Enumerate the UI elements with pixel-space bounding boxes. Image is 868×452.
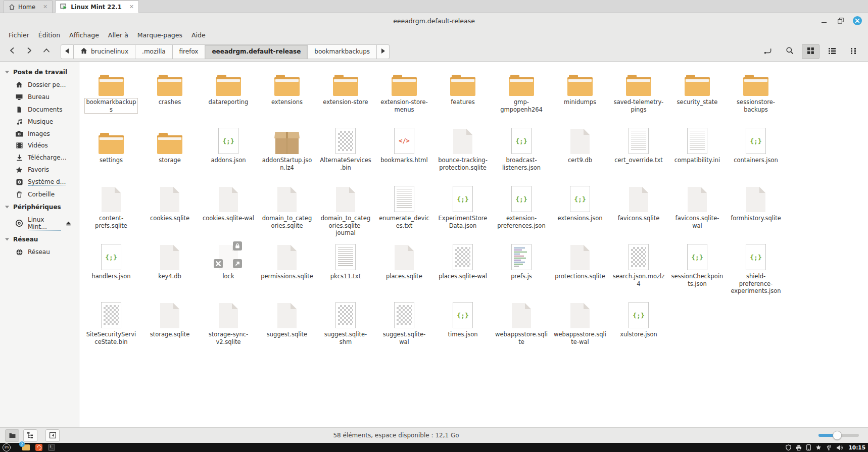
star-tray-icon[interactable] — [815, 444, 822, 450]
menu-affichage[interactable]: Affichage — [65, 29, 104, 41]
breadcrumb-scroll-right[interactable] — [377, 44, 390, 59]
minimize-button[interactable] — [819, 16, 829, 25]
file-item[interactable]: domain_to_categories.sqlite-journal — [316, 184, 375, 242]
software-taskbar-icon[interactable] — [35, 444, 42, 451]
file-item[interactable]: compatibility.ini — [668, 126, 727, 184]
file-item[interactable]: SiteSecurityServiceState.bin — [82, 300, 140, 359]
file-item[interactable]: gmp-gmpopenh264 — [492, 68, 551, 126]
device-tray-icon[interactable] — [806, 444, 811, 450]
file-item[interactable]: cert_override.txt — [609, 126, 668, 184]
file-item[interactable]: {;}extensions.json — [551, 184, 609, 242]
file-item[interactable]: storage.sqlite — [140, 300, 199, 359]
file-item[interactable]: </>bookmarks.html — [375, 126, 433, 184]
breadcrumb--mozilla[interactable]: .mozilla — [135, 44, 173, 59]
menu-édition[interactable]: Édition — [34, 29, 65, 41]
file-item[interactable]: key4.db — [140, 242, 199, 300]
terminal-taskbar-icon[interactable]: $_ — [48, 444, 55, 451]
zoom-slider-track[interactable] — [818, 434, 859, 437]
sidebar-item-télécharge-[interactable]: Télécharge… — [0, 151, 79, 164]
file-item[interactable]: suggest.sqlite-wal — [375, 300, 433, 359]
file-item[interactable]: webappsstore.sqlite-wal — [551, 300, 609, 359]
clock[interactable]: 10:15 — [849, 444, 865, 450]
sidebar-item-bureau[interactable]: Bureau — [0, 90, 79, 103]
file-item[interactable]: permissions.sqlite — [258, 242, 316, 300]
file-item[interactable]: cert9.db — [551, 126, 609, 184]
file-item[interactable]: cookies.sqlite — [140, 184, 199, 242]
file-item[interactable]: {;}extension-preferences.json — [492, 184, 551, 242]
file-item[interactable]: storage-sync-v2.sqlite — [199, 300, 258, 359]
sidebar-item-images[interactable]: Images — [0, 128, 79, 139]
file-item[interactable]: prefs.js — [492, 242, 551, 300]
sidebar-item-documents[interactable]: Documents — [0, 103, 79, 116]
file-item[interactable]: suggest.sqlite-shm — [316, 300, 375, 359]
file-item[interactable]: addonStartup.json.lz4 — [258, 126, 316, 184]
show-places-button[interactable] — [5, 429, 19, 442]
breadcrumb-eeeadrgm-default-release[interactable]: eeeadrgm.default-release — [205, 44, 308, 59]
file-item[interactable]: {;}xulstore.json — [609, 300, 668, 359]
file-item[interactable]: extension-store-menus — [375, 68, 433, 126]
sidebar-item-système-d-[interactable]: Système d… — [0, 176, 79, 188]
file-item[interactable]: webappsstore.sqlite — [492, 300, 551, 359]
file-item[interactable]: {;}shield-preference-experiments.json — [727, 242, 785, 300]
search-button[interactable] — [781, 44, 798, 59]
file-item[interactable]: places.sqlite — [375, 242, 433, 300]
tab-close-icon[interactable]: ✕ — [129, 4, 134, 10]
maximize-button[interactable] — [836, 16, 845, 25]
sidebar-item-réseau[interactable]: Réseau — [0, 246, 79, 258]
file-item[interactable]: sessionstore-backups — [727, 68, 785, 126]
hide-sidebar-button[interactable] — [45, 429, 60, 442]
shield-tray-icon[interactable] — [786, 444, 791, 450]
file-item[interactable]: formhistory.sqlite — [727, 184, 785, 242]
grid-view-button[interactable] — [802, 44, 819, 59]
file-item[interactable]: places.sqlite-wal — [433, 242, 492, 300]
breadcrumb-brucinelinux[interactable]: brucinelinux — [74, 44, 135, 59]
forward-button[interactable] — [23, 45, 35, 58]
file-item[interactable]: {;}broadcast-listeners.json — [492, 126, 551, 184]
file-item[interactable]: security_state — [668, 68, 727, 126]
file-item[interactable]: search.json.mozlz4 — [609, 242, 668, 300]
file-item[interactable]: favicons.sqlite-wal — [668, 184, 727, 242]
list-view-button[interactable] — [823, 44, 841, 59]
menu-aller-à[interactable]: Aller à — [104, 29, 133, 41]
sidebar-item-corbeille[interactable]: Corbeille — [0, 188, 79, 200]
toggle-location-entry-button[interactable] — [759, 44, 777, 59]
up-button[interactable] — [40, 45, 53, 58]
file-item[interactable]: {;}containers.json — [727, 126, 785, 184]
file-item[interactable]: favicons.sqlite — [609, 184, 668, 242]
remote-tab-home[interactable]: Home✕ — [4, 1, 53, 13]
file-item[interactable]: lock — [199, 242, 258, 300]
usb-tray-icon[interactable] — [826, 444, 832, 450]
compact-view-button[interactable] — [844, 44, 862, 59]
sidebar-item-linux-mint-[interactable]: Linux Mint… — [0, 214, 79, 233]
file-item[interactable]: {;}addons.json — [199, 126, 258, 184]
file-item[interactable]: {;}sessionCheckpoints.json — [668, 242, 727, 300]
breadcrumb-bookmarkbackups[interactable]: bookmarkbackups — [308, 44, 377, 59]
sidebar-item-musique[interactable]: Musique — [0, 116, 79, 128]
breadcrumb-firefox[interactable]: firefox — [173, 44, 206, 59]
file-item[interactable]: extension-store — [316, 68, 375, 126]
tab-close-icon[interactable]: ✕ — [43, 4, 47, 10]
file-item[interactable]: content-prefs.sqlite — [82, 184, 140, 242]
sidebar-section-périphériques[interactable]: Périphériques — [0, 200, 79, 214]
remote-tab-linux-mint-22-1[interactable]: Linux Mint 22.1✕ — [55, 1, 139, 13]
zoom-slider-knob[interactable] — [833, 431, 842, 440]
file-item[interactable]: {;}ExperimentStoreData.json — [433, 184, 492, 242]
menu-aide[interactable]: Aide — [187, 29, 210, 41]
file-item[interactable]: features — [433, 68, 492, 126]
file-item[interactable]: datareporting — [199, 68, 258, 126]
show-treeview-button[interactable] — [23, 429, 37, 442]
close-button[interactable] — [853, 16, 862, 25]
file-item[interactable]: cookies.sqlite-wal — [199, 184, 258, 242]
file-item[interactable]: settings — [82, 126, 140, 184]
file-item[interactable]: crashes — [140, 68, 199, 126]
file-item[interactable]: extensions — [258, 68, 316, 126]
sidebar-section-poste-de-travail[interactable]: Poste de travail — [0, 66, 79, 79]
file-item[interactable]: bookmarkbackups — [82, 68, 140, 126]
file-item[interactable]: AlternateServices.bin — [316, 126, 375, 184]
file-item[interactable]: enumerate_devices.txt — [375, 184, 433, 242]
file-item[interactable]: protections.sqlite — [551, 242, 609, 300]
menu-fichier[interactable]: Fichier — [4, 29, 34, 41]
files-taskbar-icon[interactable]: 2 — [22, 444, 30, 450]
breadcrumb-scroll-left[interactable] — [61, 44, 74, 59]
file-item[interactable]: {;}times.json — [433, 300, 492, 359]
